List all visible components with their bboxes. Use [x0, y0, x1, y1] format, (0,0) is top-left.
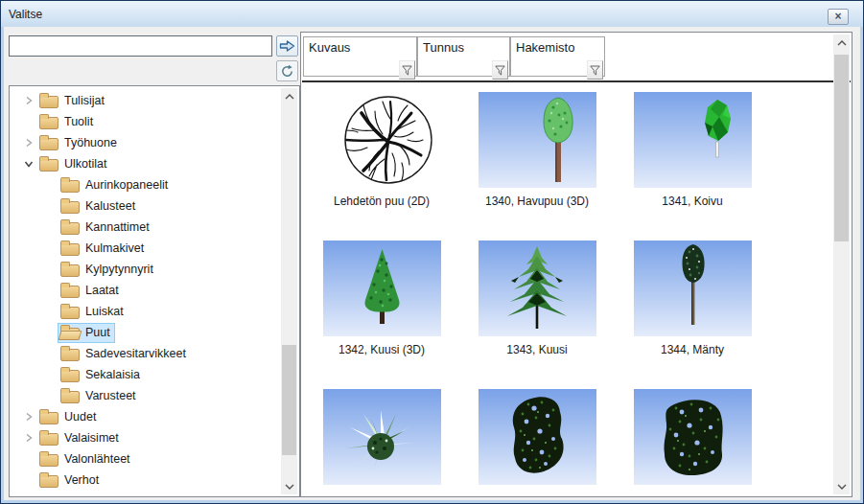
filter-button[interactable]	[587, 60, 603, 80]
dialog-body: Tulisijat Tuolit Työhuone Ulkotilat Auri…	[5, 28, 861, 501]
search-input[interactable]	[9, 35, 272, 57]
tree-item-sadevesitarvikkeet[interactable]: Sadevesitarvikkeet	[10, 343, 281, 364]
column-header-hakemisto[interactable]: Hakemisto	[510, 36, 605, 77]
tree-item-label: Puut	[85, 326, 110, 339]
chevron-right-icon[interactable]	[21, 430, 36, 446]
folder-icon	[39, 159, 58, 172]
tree-item-varusteet[interactable]: Varusteet	[10, 385, 281, 406]
column-header-kuvaus[interactable]: Kuvaus	[303, 36, 417, 77]
items-scrollbar-thumb[interactable]	[834, 55, 849, 241]
tree-item-label: Ulkotilat	[64, 157, 106, 171]
titlebar[interactable]: Valitse ×	[1, 1, 863, 27]
grid-item-kuusi[interactable]: 1343, Kuusi	[459, 235, 615, 383]
select-dialog: Valitse × Tulisijat	[0, 0, 864, 504]
column-header-label: Tunnus	[423, 40, 464, 55]
tree-item-aurinkopaneelit[interactable]: Aurinkopaneelit	[10, 174, 281, 195]
tree-item-sekalaisia[interactable]: Sekalaisia	[10, 364, 281, 385]
tree-item-puut[interactable]: Puut	[10, 322, 281, 343]
refresh-icon	[280, 64, 294, 79]
tree-item-label: Kalusteet	[85, 199, 135, 213]
tree-item-kannattimet[interactable]: Kannattimet	[10, 217, 281, 238]
filter-icon	[590, 65, 600, 76]
grid-item-bush-1[interactable]	[459, 383, 615, 497]
grid-item-havupuu[interactable]: 1340, Havupuu (3D)	[459, 86, 615, 235]
tree-item-label: Verhot	[64, 473, 99, 487]
folder-icon	[39, 96, 58, 108]
items-panel: Kuvaus Tunnus Hakemisto	[300, 32, 852, 497]
filter-button[interactable]	[492, 60, 508, 80]
spruce-layered-thumbnail[interactable]	[479, 241, 596, 336]
tree-item-label: Varusteet	[85, 389, 136, 402]
tree-item-laatat[interactable]: Laatat	[10, 280, 281, 301]
folder-icon	[60, 349, 80, 361]
tree-item-tyohuone[interactable]: Työhuone	[10, 132, 281, 153]
scroll-up-icon[interactable]	[281, 88, 297, 104]
tree-item-valaisimet[interactable]: Valaisimet	[10, 427, 281, 448]
conifer-3d-thumbnail[interactable]	[479, 92, 596, 188]
grid-item-bush-2[interactable]	[615, 383, 770, 497]
tree-item-label: Sadevesitarvikkeet	[85, 347, 186, 360]
tree-scrollbar-thumb[interactable]	[282, 345, 296, 455]
grid-item-label: 1342, Kuusi (3D)	[304, 343, 459, 356]
filter-icon	[495, 65, 505, 76]
chevron-right-icon[interactable]	[21, 409, 36, 424]
tree-item-verhot[interactable]: Verhot	[10, 470, 281, 491]
tree-item-uudet[interactable]: Uudet	[10, 406, 281, 427]
folder-icon	[60, 286, 80, 298]
folder-icon	[60, 180, 80, 193]
leafless-tree-2d-thumbnail[interactable]	[323, 92, 441, 188]
folder-icon	[60, 222, 80, 235]
folder-icon	[60, 264, 80, 277]
scroll-down-icon[interactable]	[833, 478, 850, 494]
refresh-button[interactable]	[276, 60, 298, 81]
tree-item-label: Aurinkopaneelit	[85, 178, 168, 192]
grid-item-kuusi-3d[interactable]: 1342, Kuusi (3D)	[304, 235, 459, 383]
grid-item-label: 1340, Havupuu (3D)	[459, 195, 615, 208]
arrow-right-icon	[279, 39, 295, 53]
close-button[interactable]: ×	[828, 9, 849, 25]
open-folder-icon	[60, 328, 80, 340]
grid-item-shrub[interactable]	[304, 383, 459, 497]
filter-button[interactable]	[399, 60, 415, 80]
folder-icon	[60, 307, 80, 319]
scroll-up-icon[interactable]	[833, 34, 850, 51]
folder-icon	[39, 138, 58, 150]
grid-item-koivu[interactable]: 1341, Koivu	[615, 86, 770, 235]
scroll-down-icon[interactable]	[281, 478, 297, 494]
tree-item-luiskat[interactable]: Luiskat	[10, 301, 281, 322]
spruce-cone-3d-thumbnail[interactable]	[323, 241, 441, 336]
dark-bush-thumbnail[interactable]	[479, 389, 596, 485]
column-header-label: Kuvaus	[309, 40, 350, 55]
tree-item-label: Kylpytynnyrit	[85, 263, 153, 276]
birch-thumbnail[interactable]	[634, 92, 752, 188]
tree-item-label: Uudet	[64, 410, 96, 424]
tree-item-ulkotilat[interactable]: Ulkotilat	[10, 153, 281, 174]
folder-icon	[60, 201, 80, 214]
items-scrollbar[interactable]	[833, 34, 850, 494]
chevron-right-icon[interactable]	[21, 135, 36, 150]
items-grid: Lehdetön puu (2D)	[304, 86, 793, 497]
window-title: Valitse	[9, 8, 42, 21]
spiky-shrub-thumbnail[interactable]	[323, 389, 441, 485]
column-header-tunnus[interactable]: Tunnus	[417, 36, 510, 77]
grid-item-label: 1341, Koivu	[615, 195, 770, 208]
chevron-down-icon[interactable]	[21, 156, 36, 172]
tree-item-tulisijat[interactable]: Tulisijat	[10, 90, 281, 111]
grid-item-manty[interactable]: 1344, Mänty	[615, 235, 770, 383]
grid-item-label: Lehdetön puu (2D)	[304, 195, 459, 208]
tree-item-label: Valaisimet	[64, 431, 119, 445]
dark-bush-thumbnail[interactable]	[634, 389, 752, 485]
frame-edge	[1, 500, 863, 503]
search-go-button[interactable]	[276, 35, 298, 57]
tree-item-kylpytynnyrit[interactable]: Kylpytynnyrit	[10, 259, 281, 280]
tree-item-tuolit[interactable]: Tuolit	[10, 111, 281, 132]
grid-item-lehdeton-puu[interactable]: Lehdetön puu (2D)	[304, 86, 459, 235]
chevron-right-icon[interactable]	[21, 93, 36, 108]
tree-item-kalusteet[interactable]: Kalusteet	[10, 195, 281, 217]
tree-item-valonlahteet[interactable]: Valonlähteet	[10, 448, 281, 470]
tree-item-label: Tuolit	[64, 115, 93, 128]
pine-thumbnail[interactable]	[634, 241, 752, 336]
tree-scrollbar[interactable]	[281, 88, 297, 494]
tree-item-label: Kannattimet	[85, 220, 150, 234]
tree-item-kulmakivet[interactable]: Kulmakivet	[10, 238, 281, 259]
